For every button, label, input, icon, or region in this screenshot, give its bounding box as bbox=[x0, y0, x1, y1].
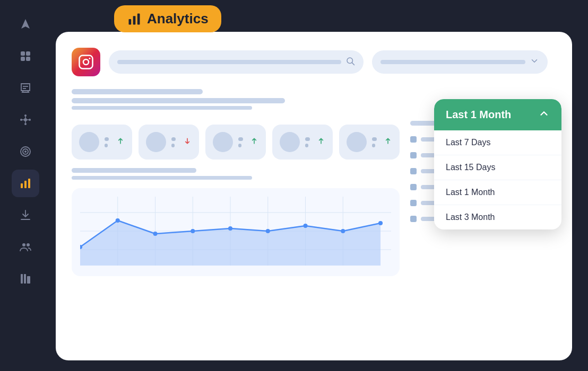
sidebar-item-analytics[interactable] bbox=[12, 170, 39, 197]
svg-point-6 bbox=[24, 118, 27, 121]
chart-label-area bbox=[72, 168, 400, 180]
sidebar-item-library[interactable] bbox=[12, 265, 39, 293]
sidebar-item-team[interactable] bbox=[12, 233, 39, 261]
stat-line-4-1 bbox=[372, 137, 376, 141]
right-dot-5 bbox=[410, 216, 417, 222]
sidebar-item-dashboard[interactable] bbox=[12, 42, 39, 70]
stat-card-1[interactable] bbox=[139, 125, 199, 160]
svg-rect-19 bbox=[24, 181, 27, 188]
sidebar-item-chat[interactable] bbox=[12, 74, 39, 102]
stat-indicator-2 bbox=[250, 137, 258, 148]
svg-rect-25 bbox=[27, 276, 30, 284]
white-card: Last 1 Month Last 7 Days Last 15 Days La… bbox=[56, 32, 572, 360]
chart-area bbox=[72, 188, 400, 276]
sidebar-item-network[interactable] bbox=[12, 106, 39, 134]
stat-card-0[interactable] bbox=[72, 125, 132, 160]
svg-rect-26 bbox=[129, 19, 132, 25]
svg-point-50 bbox=[266, 229, 270, 233]
stat-line-4-2 bbox=[372, 144, 375, 147]
svg-rect-18 bbox=[21, 183, 23, 188]
svg-point-47 bbox=[153, 232, 157, 236]
stat-avatar-2 bbox=[213, 132, 233, 152]
sidebar-item-target[interactable] bbox=[12, 138, 39, 165]
dropdown-option-0[interactable]: Last 7 Days bbox=[434, 130, 561, 155]
stat-lines-4 bbox=[372, 137, 378, 147]
svg-point-10 bbox=[24, 123, 27, 125]
title-skeleton-1 bbox=[72, 89, 203, 94]
svg-point-48 bbox=[191, 229, 195, 233]
svg-point-52 bbox=[341, 229, 345, 233]
svg-line-33 bbox=[352, 63, 354, 65]
dropdown-header[interactable]: Last 1 Month bbox=[434, 99, 561, 130]
svg-rect-28 bbox=[137, 13, 140, 24]
svg-point-46 bbox=[116, 218, 120, 223]
stat-indicator-3 bbox=[317, 137, 325, 148]
stat-avatar-3 bbox=[280, 132, 300, 152]
time-dropdown-menu: Last 1 Month Last 7 Days Last 15 Days La… bbox=[434, 99, 561, 229]
right-dot-2 bbox=[410, 168, 417, 174]
dropdown-selected-label: Last 1 Month bbox=[446, 109, 511, 121]
svg-rect-29 bbox=[80, 56, 93, 69]
svg-point-21 bbox=[22, 243, 25, 246]
dropdown-bar[interactable] bbox=[372, 50, 548, 74]
stat-lines-0 bbox=[105, 137, 111, 147]
svg-point-31 bbox=[89, 58, 90, 59]
stat-line-1-2 bbox=[171, 144, 175, 147]
stat-lines-3 bbox=[305, 137, 312, 147]
right-dot-0 bbox=[410, 136, 417, 143]
stat-line-2-1 bbox=[238, 137, 243, 141]
stat-lines-1 bbox=[171, 137, 178, 147]
search-bar[interactable] bbox=[109, 50, 364, 74]
title-skeleton-3 bbox=[72, 106, 252, 110]
top-bar: Last 1 Month Last 7 Days Last 15 Days La… bbox=[72, 48, 556, 76]
stat-indicator-0 bbox=[116, 137, 125, 148]
svg-rect-24 bbox=[24, 274, 26, 284]
right-dot-4 bbox=[410, 200, 417, 206]
svg-rect-3 bbox=[26, 57, 30, 61]
sidebar-item-navigation[interactable] bbox=[12, 11, 39, 38]
stat-card-2[interactable] bbox=[205, 125, 266, 160]
svg-rect-27 bbox=[133, 16, 136, 24]
analytics-badge: Analytics bbox=[114, 5, 221, 32]
instagram-icon[interactable] bbox=[72, 48, 100, 76]
svg-point-53 bbox=[378, 221, 383, 225]
stat-lines-2 bbox=[238, 137, 245, 147]
sidebar-item-download[interactable] bbox=[12, 201, 39, 229]
dropdown-chevron-icon bbox=[530, 56, 539, 68]
stat-indicator-4 bbox=[384, 137, 392, 148]
sidebar bbox=[0, 0, 50, 371]
stat-line-1-1 bbox=[171, 137, 176, 141]
right-dot-3 bbox=[410, 184, 417, 190]
dropdown-collapse-icon[interactable] bbox=[538, 108, 550, 122]
stat-line-0-1 bbox=[105, 137, 109, 141]
right-dot-1 bbox=[410, 152, 417, 158]
svg-point-51 bbox=[303, 224, 307, 228]
svg-point-7 bbox=[20, 119, 22, 121]
dropdown-option-3[interactable]: Last 3 Month bbox=[434, 205, 561, 229]
stat-line-3-2 bbox=[305, 144, 308, 147]
svg-point-17 bbox=[24, 151, 27, 153]
stat-avatar-0 bbox=[79, 132, 99, 152]
svg-point-30 bbox=[83, 59, 89, 65]
svg-rect-2 bbox=[21, 57, 25, 61]
dropdown-option-1[interactable]: Last 15 Days bbox=[434, 155, 561, 180]
stat-avatar-1 bbox=[146, 132, 166, 152]
analytics-badge-icon bbox=[127, 12, 142, 26]
svg-rect-20 bbox=[28, 179, 30, 188]
screen: Analytics bbox=[0, 0, 588, 371]
svg-rect-0 bbox=[21, 51, 25, 56]
search-icon bbox=[345, 56, 355, 68]
chart-label-1 bbox=[72, 168, 196, 173]
main-content: Analytics bbox=[50, 0, 588, 371]
stat-line-2-2 bbox=[238, 144, 241, 147]
svg-rect-23 bbox=[21, 274, 23, 284]
stats-row bbox=[72, 125, 400, 160]
stat-card-4[interactable] bbox=[339, 125, 400, 160]
svg-point-49 bbox=[228, 226, 232, 231]
dropdown-bar-placeholder bbox=[381, 60, 525, 64]
dropdown-option-2[interactable]: Last 1 Month bbox=[434, 180, 561, 205]
search-bar-placeholder bbox=[117, 60, 341, 64]
title-skeleton-2 bbox=[72, 98, 285, 103]
stat-card-3[interactable] bbox=[272, 125, 333, 160]
chart-label-2 bbox=[72, 176, 252, 180]
